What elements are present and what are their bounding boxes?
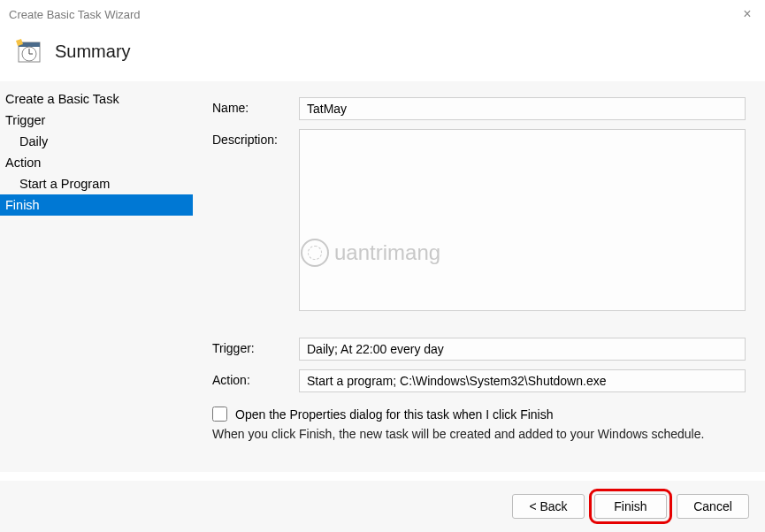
wizard-body: Create a Basic Task Trigger Daily Action… (0, 81, 765, 472)
back-button[interactable]: < Back (512, 494, 585, 519)
open-properties-label: Open the Properties dialog for this task… (235, 407, 554, 422)
trigger-label: Trigger: (212, 338, 299, 355)
finish-hint: When you click Finish, the new task will… (212, 427, 746, 441)
action-value: Start a program; C:\Windows\System32\Shu… (299, 369, 746, 392)
sidebar-item-daily[interactable]: Daily (0, 131, 193, 152)
wizard-footer: < Back Finish Cancel (0, 481, 765, 532)
finish-button[interactable]: Finish (594, 494, 667, 519)
description-field[interactable] (299, 129, 746, 311)
open-properties-checkbox[interactable] (212, 407, 227, 422)
wizard-header: Summary (0, 28, 765, 81)
name-field[interactable] (299, 97, 746, 120)
action-label: Action: (212, 369, 299, 387)
close-icon[interactable]: × (738, 5, 756, 23)
sidebar-item-create-task[interactable]: Create a Basic Task (0, 88, 193, 110)
titlebar: Create Basic Task Wizard × (0, 0, 765, 28)
schedule-icon (14, 37, 42, 65)
page-title: Summary (55, 42, 131, 62)
window-title: Create Basic Task Wizard (9, 8, 738, 21)
finish-highlight: Finish (592, 491, 669, 521)
name-label: Name: (212, 97, 299, 115)
wizard-main: Name: Description: Trigger: Daily; At 22… (193, 81, 765, 472)
description-label: Description: (212, 129, 299, 147)
cancel-button[interactable]: Cancel (677, 494, 749, 519)
sidebar-item-finish[interactable]: Finish (0, 194, 193, 216)
wizard-sidebar: Create a Basic Task Trigger Daily Action… (0, 81, 193, 472)
trigger-value: Daily; At 22:00 every day (299, 338, 746, 361)
sidebar-item-start-program[interactable]: Start a Program (0, 173, 193, 194)
sidebar-item-action[interactable]: Action (0, 152, 193, 173)
sidebar-item-trigger[interactable]: Trigger (0, 110, 193, 131)
